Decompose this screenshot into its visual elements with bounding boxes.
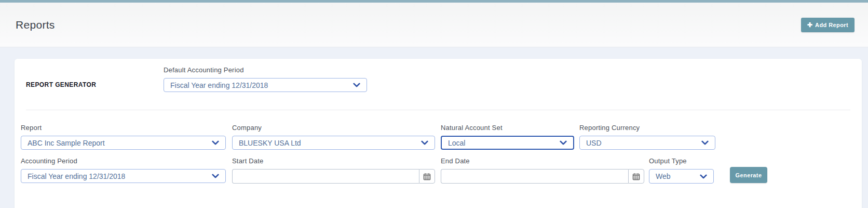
company-select[interactable]: BLUESKY USA Ltd bbox=[232, 136, 435, 150]
accounting-period-select[interactable]: Fiscal Year ending 12/31/2018 bbox=[21, 169, 226, 183]
end-date-input[interactable] bbox=[441, 169, 628, 184]
natural-account-set-field: Natural Account Set Local bbox=[441, 124, 574, 150]
default-accounting-period-value: Fiscal Year ending 12/31/2018 bbox=[170, 81, 268, 89]
output-type-value: Web bbox=[656, 172, 671, 180]
report-select[interactable]: ABC Inc Sample Report bbox=[21, 136, 226, 150]
calendar-icon bbox=[632, 173, 640, 180]
report-field: Report ABC Inc Sample Report bbox=[21, 124, 226, 150]
content-area: REPORT GENERATOR Default Accounting Peri… bbox=[0, 47, 868, 208]
report-value: ABC Inc Sample Report bbox=[28, 139, 105, 147]
company-value: BLUESKY USA Ltd bbox=[239, 139, 301, 147]
start-date-field: Start Date bbox=[232, 157, 435, 184]
page-title: Reports bbox=[16, 19, 55, 31]
section-title: REPORT GENERATOR bbox=[26, 81, 96, 88]
chevron-down-icon bbox=[212, 174, 219, 178]
default-accounting-period-label: Default Accounting Period bbox=[164, 66, 367, 74]
output-type-field: Output Type Web bbox=[649, 157, 714, 184]
section-divider bbox=[26, 110, 850, 110]
default-accounting-period-field: Default Accounting Period Fiscal Year en… bbox=[164, 66, 367, 92]
natural-account-set-label: Natural Account Set bbox=[441, 124, 574, 132]
report-label: Report bbox=[21, 124, 226, 132]
add-report-button[interactable]: ✚ Add Report bbox=[801, 18, 855, 32]
chevron-down-icon bbox=[560, 140, 567, 145]
reporting-currency-select[interactable]: USD bbox=[579, 136, 715, 150]
reporting-currency-label: Reporting Currency bbox=[579, 124, 715, 132]
chevron-down-icon bbox=[212, 140, 219, 145]
reporting-currency-value: USD bbox=[586, 139, 602, 147]
chevron-down-icon bbox=[701, 140, 709, 145]
start-date-label: Start Date bbox=[232, 157, 435, 165]
end-date-field: End Date bbox=[441, 157, 644, 184]
accounting-period-field: Accounting Period Fiscal Year ending 12/… bbox=[21, 157, 226, 183]
report-generator-card: REPORT GENERATOR Default Accounting Peri… bbox=[15, 59, 862, 208]
accounting-period-label: Accounting Period bbox=[21, 157, 226, 165]
end-date-calendar-button[interactable] bbox=[628, 169, 644, 184]
reporting-currency-field: Reporting Currency USD bbox=[579, 124, 715, 150]
generate-label: Generate bbox=[736, 172, 762, 178]
company-label: Company bbox=[232, 124, 435, 132]
accounting-period-value: Fiscal Year ending 12/31/2018 bbox=[28, 172, 125, 180]
calendar-icon bbox=[423, 173, 431, 180]
start-date-input[interactable] bbox=[232, 169, 419, 184]
generate-button[interactable]: Generate bbox=[730, 167, 767, 183]
output-type-label: Output Type bbox=[649, 157, 714, 165]
chevron-down-icon bbox=[700, 174, 707, 179]
page-header: Reports ✚ Add Report bbox=[0, 3, 868, 47]
chevron-down-icon bbox=[353, 83, 360, 87]
default-accounting-period-select[interactable]: Fiscal Year ending 12/31/2018 bbox=[164, 78, 367, 92]
natural-account-set-value: Local bbox=[448, 139, 465, 147]
plus-icon: ✚ bbox=[807, 22, 812, 28]
add-report-label: Add Report bbox=[815, 22, 848, 28]
company-field: Company BLUESKY USA Ltd bbox=[232, 124, 435, 150]
chevron-down-icon bbox=[421, 140, 428, 145]
output-type-select[interactable]: Web bbox=[649, 169, 714, 184]
start-date-calendar-button[interactable] bbox=[419, 169, 435, 184]
natural-account-set-select[interactable]: Local bbox=[441, 136, 574, 150]
end-date-label: End Date bbox=[441, 157, 644, 165]
